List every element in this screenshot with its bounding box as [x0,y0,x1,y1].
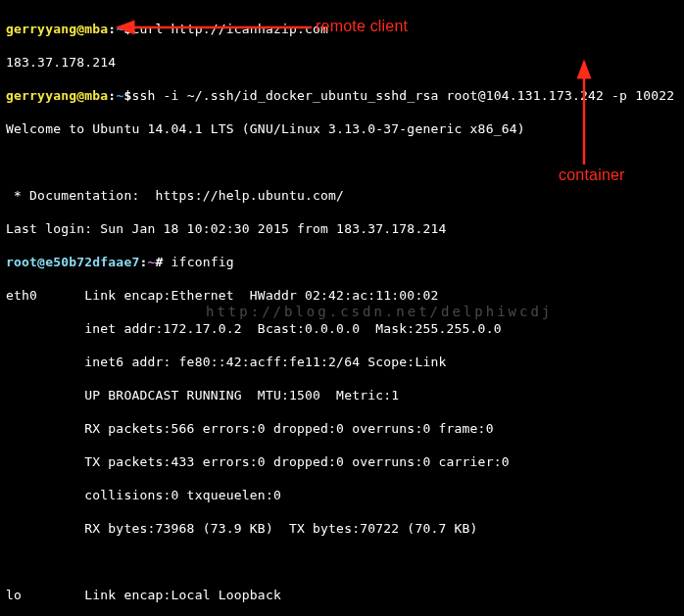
ifconfig-line: collisions:0 txqueuelen:0 [6,487,680,503]
last-login: Last login: Sun Jan 18 10:02:30 2015 fro… [6,220,680,237]
prompt-path: ~ [148,255,156,269]
curl-command: curl http://icanhazip.com [131,22,328,36]
ifconfig-command: ifconfig [171,255,234,269]
doc-line: * Documentation: https://help.ubuntu.com… [6,187,680,204]
ifconfig-line: RX packets:566 errors:0 dropped:0 overru… [6,420,680,437]
ssh-command: ssh -i ~/.ssh/id_docker_ubuntu_sshd_rsa … [131,88,674,103]
prompt-userhost: root@e50b72dfaae7 [6,255,139,269]
prompt-line-2: gerryyang@mba:~$ssh -i ~/.ssh/id_docker_… [6,87,680,104]
ifconfig-line: TX packets:433 errors:0 dropped:0 overru… [6,453,680,470]
prompt-sep: # [156,255,164,269]
ifconfig-line: UP BROADCAST RUNNING MTU:1500 Metric:1 [6,387,680,403]
annotation-container: container [559,166,625,183]
watermark: http://blog.csdn.net/delphiwcdj [206,304,553,320]
ifconfig-line: inet addr:172.17.0.2 Bcast:0.0.0.0 Mask:… [6,320,680,337]
annotation-remote-client: remote client [316,18,408,34]
iface-lo: lo [6,588,22,602]
ifconfig-line: RX bytes:73968 (73.9 KB) TX bytes:70722 … [6,520,680,537]
ifconfig-lo: lo Link encap:Local Loopback [6,587,680,603]
welcome-line: Welcome to Ubuntu 14.04.1 LTS (GNU/Linux… [6,120,680,137]
prompt-userhost: gerryyang@mba [6,88,108,103]
ifconfig-eth0: eth0 Link encap:Ethernet HWaddr 02:42:ac… [6,287,680,304]
terminal-window[interactable]: gerryyang@mba:~$curl http://icanhazip.co… [0,0,684,616]
prompt-userhost: gerryyang@mba [6,22,108,36]
iface-eth0: eth0 [6,288,37,303]
curl-output-ip: 183.37.178.214 [6,54,680,71]
ifconfig-line: inet6 addr: fe80::42:acff:fe11:2/64 Scop… [6,354,680,370]
prompt-line-3: root@e50b72dfaae7:~# ifconfig [6,254,680,270]
